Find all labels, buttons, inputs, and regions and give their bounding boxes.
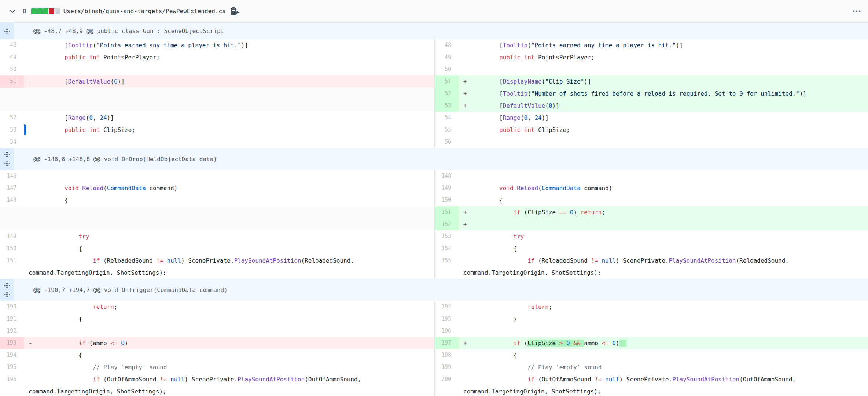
line-number[interactable]: 149	[435, 182, 459, 194]
line-number[interactable]: 54	[435, 112, 459, 124]
diff-line: 196 if (OutOfAmmoSound != null) ScenePri…	[0, 373, 434, 385]
code-token: Range	[68, 114, 86, 121]
line-number[interactable]: 148	[0, 194, 24, 206]
diff-pane-left: 146	[0, 170, 434, 182]
code-token: {	[36, 245, 82, 252]
line-number[interactable]: 51	[0, 75, 24, 88]
code-token: [	[36, 114, 68, 121]
line-number[interactable]: 56	[435, 136, 459, 148]
line-number[interactable]: 195	[435, 313, 459, 325]
code-token: <=	[602, 340, 608, 347]
code-line: void Reload(CommandData command)	[24, 182, 434, 194]
code-token: Reload	[517, 185, 538, 192]
line-number[interactable]: 153	[435, 230, 459, 243]
code-token: DefaultValue	[503, 102, 545, 109]
line-number[interactable]: 197	[435, 337, 459, 349]
code-line	[459, 325, 868, 337]
line-number[interactable]: 196	[435, 325, 459, 337]
line-number[interactable]: 50	[0, 63, 24, 75]
line-number[interactable]: 155	[435, 255, 459, 267]
line-number[interactable]: 49	[0, 51, 24, 63]
code-token	[86, 126, 89, 133]
add-comment-plus-button[interactable]: +	[24, 124, 26, 135]
line-number[interactable]: 192	[0, 325, 24, 337]
collapse-file-chevron-down-icon[interactable]	[7, 7, 17, 16]
line-number[interactable]: 151	[0, 255, 24, 267]
diff-row: command.TargetingOrigin, ShotSettings);c…	[0, 385, 868, 396]
diff-line: 195 }	[435, 313, 868, 325]
diff-pane-right: 55 public int ClipSize;	[434, 124, 868, 136]
code-token	[471, 364, 527, 371]
filler-cell	[0, 88, 434, 100]
line-number[interactable]: 147	[0, 182, 24, 194]
code-token: 0	[121, 340, 125, 347]
file-path: Users/binah/guns-and-targets/PewPewExten…	[63, 8, 226, 15]
code-token	[167, 376, 170, 383]
hunk-expand-gutter[interactable]	[0, 279, 14, 301]
line-number[interactable]: 49	[435, 51, 459, 63]
line-number[interactable]: 52	[0, 112, 24, 124]
unfold-icon[interactable]	[4, 152, 10, 158]
file-options-kebab-icon[interactable]	[851, 8, 862, 15]
line-number[interactable]: 152	[435, 218, 459, 230]
line-number[interactable]: 193	[0, 337, 24, 349]
line-number[interactable]: 52	[435, 88, 459, 100]
line-number[interactable]: 196	[0, 373, 24, 385]
unfold-icon[interactable]	[4, 282, 10, 288]
diff-pane-left	[0, 88, 434, 100]
line-number[interactable]: 150	[0, 243, 24, 255]
code-token: 0	[524, 114, 528, 121]
line-number[interactable]: 48	[435, 39, 459, 51]
code-token: command)	[581, 185, 613, 192]
line-number[interactable]: 198	[435, 349, 459, 361]
line-number[interactable]: 50	[435, 63, 459, 75]
unfold-icon[interactable]	[4, 161, 10, 167]
code-token: ) ScenePrivate.	[616, 257, 669, 264]
code-token: 0	[570, 209, 574, 216]
line-number[interactable]: 55	[435, 124, 459, 136]
code-line	[459, 63, 868, 75]
line-number[interactable]: 150	[435, 194, 459, 206]
diff-line: 199 // Play 'empty' sound	[435, 361, 868, 373]
code-token: )]	[107, 114, 114, 121]
line-number[interactable]: 151	[435, 206, 459, 218]
filler-cell	[0, 206, 434, 218]
code-token: [	[471, 90, 503, 97]
diff-row: 190 return;194 return;	[0, 301, 868, 313]
code-token: PlaySoundAtPosition	[669, 257, 736, 264]
unfold-icon[interactable]	[4, 292, 10, 297]
code-line: + [Tooltip("Number of shots fired before…	[459, 88, 868, 100]
line-number[interactable]: 53	[435, 100, 459, 112]
line-number[interactable]: 194	[435, 301, 459, 313]
diff-pane-left: command.TargetingOrigin, ShotSettings);	[0, 267, 434, 279]
diff-pane-left: 48 [Tooltip("Points earned any time a pl…	[0, 39, 434, 51]
line-number[interactable]: 51	[435, 75, 459, 88]
line-number[interactable]: 195	[0, 361, 24, 373]
hunk-expand-gutter[interactable]	[0, 23, 14, 39]
line-number[interactable]: 54	[0, 136, 24, 148]
code-line	[24, 325, 434, 337]
line-number[interactable]: 149	[0, 230, 24, 243]
line-number[interactable]: 154	[435, 243, 459, 255]
code-token	[602, 376, 605, 383]
line-number[interactable]: 200	[435, 373, 459, 385]
line-number[interactable]: 194	[0, 349, 24, 361]
code-token: Reload	[82, 185, 103, 192]
line-number[interactable]: 148	[435, 170, 459, 182]
line-number[interactable]: 190	[0, 301, 24, 313]
code-line: {	[24, 194, 434, 206]
diff-pane-left: 147 void Reload(CommandData command)	[0, 182, 434, 194]
unfold-icon[interactable]	[4, 28, 10, 34]
line-number[interactable]: 53	[0, 124, 24, 136]
line-number[interactable]: 191	[0, 313, 24, 325]
code-token: int	[524, 126, 535, 133]
diff-marker: +	[463, 206, 467, 218]
hunk-expand-gutter[interactable]	[0, 148, 14, 170]
code-token: Tooltip	[503, 42, 527, 49]
line-number[interactable]: 199	[435, 361, 459, 373]
copy-path-clipboard-icon[interactable]	[229, 7, 239, 16]
code-line: // Play 'empty' sound	[24, 361, 434, 373]
line-number[interactable]: 146	[0, 170, 24, 182]
code-token: )	[573, 209, 580, 216]
line-number[interactable]: 48	[0, 39, 24, 51]
